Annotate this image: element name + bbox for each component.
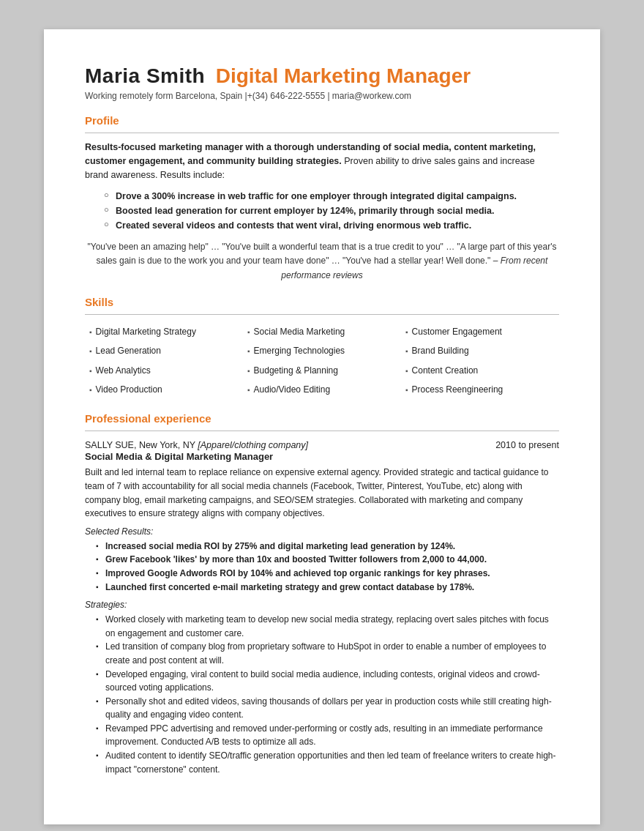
profile-intro: Results-focused marketing manager with a… — [85, 141, 559, 182]
skills-row-1: ▪Digital Marketing Strategy ▪Social Medi… — [85, 322, 559, 341]
job-description: Built and led internal team to replace r… — [85, 466, 559, 520]
result-bullet-2-text: Grew Facebook 'likes' by more than 10x a… — [105, 554, 487, 564]
skill-label: Web Analytics — [96, 363, 151, 378]
skills-heading: Skills — [85, 296, 559, 308]
profile-bullet-3-text: Created several videos and contests that… — [116, 220, 471, 231]
bullet-icon: ▪ — [247, 384, 250, 396]
skills-section: Skills ▪Digital Marketing Strategy ▪Soci… — [85, 296, 559, 400]
skill-col3-row3: ▪Content Creation — [401, 361, 559, 380]
strategy-bullet-1: Worked closely with marketing team to de… — [97, 613, 559, 640]
result-bullet-4-text: Launched first concerted e-mail marketin… — [105, 582, 474, 592]
skill-label: Social Media Marketing — [254, 324, 345, 339]
skill-label: Customer Engagement — [412, 324, 502, 339]
bullet-icon: ▪ — [247, 345, 250, 357]
candidate-name: Maria Smith — [85, 64, 205, 87]
bullet-icon: ▪ — [405, 384, 408, 396]
skill-label: Brand Building — [412, 343, 469, 358]
skill-label: Video Production — [96, 382, 162, 397]
strategy-bullet-5: Revamped PPC advertising and removed und… — [97, 722, 559, 749]
strategies-label: Strategies: — [85, 600, 559, 610]
resume-page: Maria Smith Digital Marketing Manager Wo… — [44, 29, 600, 824]
profile-bullet-1-text: Drove a 300% increase in web traffic for… — [116, 191, 517, 201]
job-company: SALLY SUE, New York, NY [Apparel/clothin… — [85, 440, 308, 450]
job-header-row: SALLY SUE, New York, NY [Apparel/clothin… — [85, 440, 559, 450]
bullet-icon: ▪ — [89, 365, 92, 377]
profile-bullet-3: Created several videos and contests that… — [105, 218, 559, 233]
skill-col2-row1: ▪Social Media Marketing — [243, 322, 401, 341]
result-bullet-2: Grew Facebook 'likes' by more than 10x a… — [97, 553, 559, 567]
bullet-icon: ▪ — [247, 365, 250, 377]
strategies-list: Worked closely with marketing team to de… — [97, 613, 559, 776]
skill-col1-row2: ▪Lead Generation — [85, 341, 243, 360]
profile-quote-text: "You've been an amazing help" … "You've … — [88, 242, 557, 280]
result-bullet-1-text: Increased social media ROI by 275% and d… — [105, 541, 455, 551]
experience-divider — [85, 431, 559, 431]
bullet-icon: ▪ — [405, 365, 408, 377]
skills-row-3: ▪Web Analytics ▪Budgeting & Planning ▪Co… — [85, 361, 559, 380]
bullet-icon: ▪ — [405, 326, 408, 338]
profile-bullet-2: Boosted lead generation for current empl… — [105, 204, 559, 218]
bullet-icon: ▪ — [89, 384, 92, 396]
selected-results-label: Selected Results: — [85, 526, 559, 537]
experience-section: Professional experience SALLY SUE, New Y… — [85, 412, 559, 776]
skill-col2-row4: ▪Audio/Video Editing — [243, 380, 401, 399]
profile-quote: "You've been an amazing help" … "You've … — [85, 240, 559, 283]
skill-col1-row3: ▪Web Analytics — [85, 361, 243, 380]
header: Maria Smith Digital Marketing Manager Wo… — [85, 64, 559, 101]
job-date: 2010 to present — [495, 440, 559, 450]
profile-bullet-1: Drove a 300% increase in web traffic for… — [105, 189, 559, 204]
result-bullet-4: Launched first concerted e-mail marketin… — [97, 581, 559, 595]
profile-section: Profile Results-focused marketing manage… — [85, 114, 559, 283]
result-bullet-1: Increased social media ROI by 275% and d… — [97, 540, 559, 554]
contact-info: Working remotely form Barcelona, Spain |… — [85, 91, 559, 101]
skill-col3-row4: ▪Process Reengineering — [401, 380, 559, 399]
skill-col1-row1: ▪Digital Marketing Strategy — [85, 322, 243, 341]
company-name: SALLY SUE, New York, NY — [85, 440, 195, 450]
skill-label: Digital Marketing Strategy — [96, 324, 196, 339]
skill-col3-row1: ▪Customer Engagement — [401, 322, 559, 341]
skills-divider — [85, 314, 559, 315]
result-bullet-3: Improved Google Adwords ROI by 104% and … — [97, 567, 559, 581]
selected-results-list: Increased social media ROI by 275% and d… — [97, 540, 559, 594]
bullet-icon: ▪ — [89, 326, 92, 338]
job-entry-1: SALLY SUE, New York, NY [Apparel/clothin… — [85, 440, 559, 776]
skill-col2-row3: ▪Budgeting & Planning — [243, 361, 401, 380]
profile-bullet-2-text: Boosted lead generation for current empl… — [116, 206, 495, 216]
bullet-icon: ▪ — [405, 345, 408, 357]
skill-label: Lead Generation — [96, 343, 161, 358]
skill-col1-row4: ▪Video Production — [85, 380, 243, 399]
job-title: Social Media & Digital Marketing Manager — [85, 451, 559, 462]
strategy-bullet-3: Developed engaging, viral content to bui… — [97, 668, 559, 695]
skills-row-2: ▪Lead Generation ▪Emerging Technologies … — [85, 341, 559, 360]
bullet-icon: ▪ — [89, 345, 92, 357]
skills-table: ▪Digital Marketing Strategy ▪Social Medi… — [85, 322, 559, 400]
result-bullet-3-text: Improved Google Adwords ROI by 104% and … — [105, 568, 490, 578]
skill-label: Content Creation — [412, 363, 479, 378]
profile-divider — [85, 133, 559, 133]
company-note: [Apparel/clothing company] — [198, 440, 308, 450]
candidate-title: Digital Marketing Manager — [216, 64, 471, 87]
strategy-bullet-4: Personally shot and edited videos, savin… — [97, 695, 559, 722]
skill-label: Audio/Video Editing — [254, 382, 331, 397]
skill-label: Emerging Technologies — [254, 343, 345, 358]
skill-label: Process Reengineering — [412, 382, 503, 397]
bullet-icon: ▪ — [247, 326, 250, 338]
strategy-bullet-6: Audited content to identify SEO/traffic … — [97, 749, 559, 776]
skills-row-4: ▪Video Production ▪Audio/Video Editing ▪… — [85, 380, 559, 399]
profile-heading: Profile — [85, 114, 559, 127]
experience-heading: Professional experience — [85, 412, 559, 425]
skill-col3-row2: ▪Brand Building — [401, 341, 559, 360]
profile-bullets-list: Drove a 300% increase in web traffic for… — [105, 189, 559, 233]
skill-col2-row2: ▪Emerging Technologies — [243, 341, 401, 360]
skill-label: Budgeting & Planning — [254, 363, 338, 378]
strategy-bullet-2: Led transition of company blog from prop… — [97, 640, 559, 667]
